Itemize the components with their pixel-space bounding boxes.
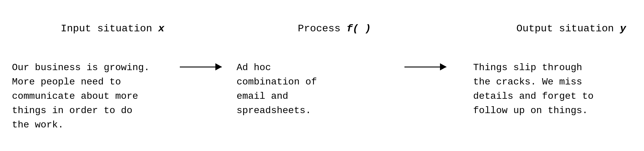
process-body-text: Ad hoc combination of email and spreadsh… (237, 62, 317, 116)
output-header-var: y (620, 23, 626, 34)
arrow1-col (171, 61, 231, 67)
content-row: Our business is growing. More people nee… (12, 61, 632, 142)
input-header-label: Input situation (61, 23, 158, 34)
arrow2-col (395, 61, 455, 67)
output-body-text: Things slip through the cracks. We miss … (473, 62, 594, 116)
output-content-col: Things slip through the cracks. We miss … (455, 61, 632, 118)
arrow1 (180, 67, 222, 67)
output-header-label: Output situation (516, 23, 620, 34)
input-header-col: Input situation x (12, 9, 170, 49)
process-header-var: f( ) (346, 23, 371, 34)
arrow2-line (404, 67, 446, 67)
process-content-col: Ad hoc combination of email and spreadsh… (231, 61, 395, 118)
process-header-label: Process (298, 23, 346, 34)
process-header-col: Process f( ) (230, 9, 390, 49)
input-body-text: Our business is growing. More people nee… (12, 62, 150, 130)
output-header-col: Output situation y (450, 9, 632, 49)
page: Input situation x Process f( ) Output si… (0, 0, 644, 151)
process-header-title: Process f( ) (249, 9, 371, 49)
output-header-title: Output situation y (468, 23, 626, 47)
input-header-var: x (158, 23, 164, 34)
arrow1-line (180, 67, 222, 67)
arrow2 (404, 67, 446, 67)
header-row: Input situation x Process f( ) Output si… (12, 9, 632, 49)
input-content-col: Our business is growing. More people nee… (12, 61, 171, 132)
input-header-title: Input situation x (12, 23, 164, 47)
